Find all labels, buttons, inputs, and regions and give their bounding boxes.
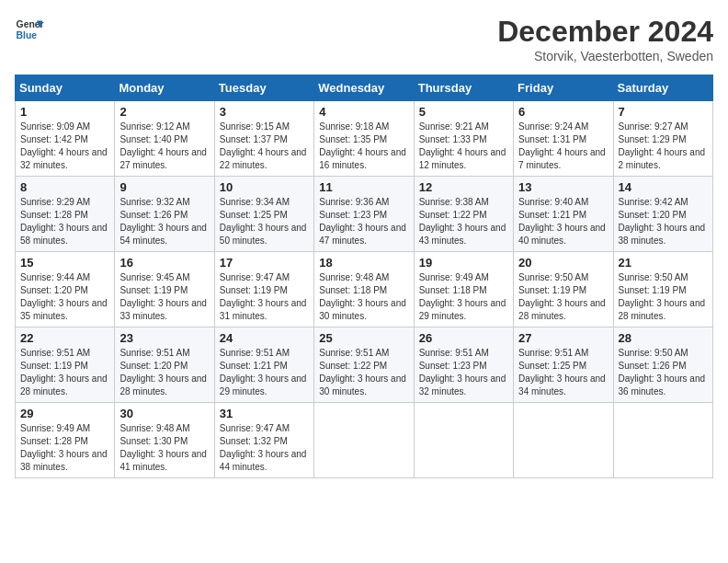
week-row-5: 29Sunrise: 9:49 AM Sunset: 1:28 PM Dayli… [16, 403, 713, 478]
day-number: 19 [419, 256, 508, 270]
day-number: 22 [20, 331, 109, 345]
day-cell: 28Sunrise: 9:50 AM Sunset: 1:26 PM Dayli… [613, 327, 712, 403]
day-info: Sunrise: 9:09 AM Sunset: 1:42 PM Dayligh… [20, 121, 109, 172]
day-number: 18 [319, 256, 408, 270]
day-cell: 2Sunrise: 9:12 AM Sunset: 1:40 PM Daylig… [115, 101, 214, 177]
day-cell: 17Sunrise: 9:47 AM Sunset: 1:19 PM Dayli… [214, 252, 313, 327]
day-cell: 3Sunrise: 9:15 AM Sunset: 1:37 PM Daylig… [214, 101, 313, 177]
week-row-2: 8Sunrise: 9:29 AM Sunset: 1:28 PM Daylig… [16, 177, 713, 252]
day-number: 17 [220, 256, 309, 270]
day-number: 30 [119, 407, 209, 420]
header-day-saturday: Saturday [613, 75, 712, 101]
day-number: 13 [518, 180, 608, 194]
day-info: Sunrise: 9:40 AM Sunset: 1:21 PM Dayligh… [518, 196, 608, 247]
day-cell: 14Sunrise: 9:42 AM Sunset: 1:20 PM Dayli… [613, 177, 712, 252]
day-cell: 13Sunrise: 9:40 AM Sunset: 1:21 PM Dayli… [514, 177, 613, 252]
day-cell: 24Sunrise: 9:51 AM Sunset: 1:21 PM Dayli… [214, 327, 313, 403]
day-info: Sunrise: 9:49 AM Sunset: 1:18 PM Dayligh… [419, 271, 508, 323]
day-number: 12 [419, 180, 508, 194]
day-number: 24 [220, 331, 309, 345]
day-number: 8 [20, 180, 109, 194]
day-cell: 9Sunrise: 9:32 AM Sunset: 1:26 PM Daylig… [115, 177, 214, 252]
day-info: Sunrise: 9:48 AM Sunset: 1:18 PM Dayligh… [319, 271, 408, 323]
day-cell: 19Sunrise: 9:49 AM Sunset: 1:18 PM Dayli… [414, 252, 513, 327]
day-number: 16 [119, 256, 209, 270]
week-row-3: 15Sunrise: 9:44 AM Sunset: 1:20 PM Dayli… [16, 252, 713, 327]
day-cell: 15Sunrise: 9:44 AM Sunset: 1:20 PM Dayli… [16, 252, 115, 327]
day-info: Sunrise: 9:50 AM Sunset: 1:19 PM Dayligh… [619, 271, 708, 323]
header-day-tuesday: Tuesday [214, 75, 313, 101]
day-number: 15 [20, 256, 109, 270]
day-cell: 25Sunrise: 9:51 AM Sunset: 1:22 PM Dayli… [314, 327, 414, 403]
calendar-subtitle: Storvik, Vaesterbotten, Sweden [497, 49, 713, 63]
day-info: Sunrise: 9:32 AM Sunset: 1:26 PM Dayligh… [119, 196, 209, 247]
calendar-table: SundayMondayTuesdayWednesdayThursdayFrid… [15, 75, 713, 478]
day-number: 3 [220, 105, 309, 119]
day-info: Sunrise: 9:36 AM Sunset: 1:23 PM Dayligh… [319, 196, 408, 247]
day-cell: 21Sunrise: 9:50 AM Sunset: 1:19 PM Dayli… [613, 252, 712, 327]
day-number: 26 [419, 331, 508, 345]
day-number: 1 [20, 105, 109, 119]
day-number: 10 [220, 180, 309, 194]
logo: General Blue [15, 15, 44, 44]
day-info: Sunrise: 9:51 AM Sunset: 1:25 PM Dayligh… [518, 347, 608, 398]
day-info: Sunrise: 9:38 AM Sunset: 1:22 PM Dayligh… [419, 196, 508, 247]
day-number: 7 [619, 105, 708, 119]
day-info: Sunrise: 9:51 AM Sunset: 1:22 PM Dayligh… [319, 347, 408, 398]
day-info: Sunrise: 9:51 AM Sunset: 1:21 PM Dayligh… [220, 347, 309, 398]
day-cell: 1Sunrise: 9:09 AM Sunset: 1:42 PM Daylig… [16, 101, 115, 177]
day-cell: 4Sunrise: 9:18 AM Sunset: 1:35 PM Daylig… [314, 101, 414, 177]
day-number: 14 [619, 180, 708, 194]
day-info: Sunrise: 9:51 AM Sunset: 1:20 PM Dayligh… [119, 347, 209, 398]
svg-text:Blue: Blue [17, 30, 38, 40]
day-info: Sunrise: 9:51 AM Sunset: 1:23 PM Dayligh… [419, 347, 508, 398]
day-info: Sunrise: 9:21 AM Sunset: 1:33 PM Dayligh… [419, 121, 508, 172]
week-row-1: 1Sunrise: 9:09 AM Sunset: 1:42 PM Daylig… [16, 101, 713, 177]
day-cell [414, 403, 513, 478]
day-info: Sunrise: 9:29 AM Sunset: 1:28 PM Dayligh… [20, 196, 109, 247]
day-cell: 6Sunrise: 9:24 AM Sunset: 1:31 PM Daylig… [514, 101, 613, 177]
day-cell [613, 403, 712, 478]
week-row-4: 22Sunrise: 9:51 AM Sunset: 1:19 PM Dayli… [16, 327, 713, 403]
day-cell: 20Sunrise: 9:50 AM Sunset: 1:19 PM Dayli… [514, 252, 613, 327]
day-number: 21 [619, 256, 708, 270]
calendar-title: December 2024 [497, 15, 713, 49]
day-number: 28 [619, 331, 708, 345]
day-number: 5 [419, 105, 508, 119]
day-number: 4 [319, 105, 408, 119]
day-cell [314, 403, 414, 478]
day-number: 29 [20, 407, 109, 420]
day-cell: 22Sunrise: 9:51 AM Sunset: 1:19 PM Dayli… [16, 327, 115, 403]
day-cell: 18Sunrise: 9:48 AM Sunset: 1:18 PM Dayli… [314, 252, 414, 327]
day-info: Sunrise: 9:12 AM Sunset: 1:40 PM Dayligh… [119, 121, 209, 172]
day-cell: 12Sunrise: 9:38 AM Sunset: 1:22 PM Dayli… [414, 177, 513, 252]
day-cell: 29Sunrise: 9:49 AM Sunset: 1:28 PM Dayli… [16, 403, 115, 478]
header-row: SundayMondayTuesdayWednesdayThursdayFrid… [16, 75, 713, 101]
day-info: Sunrise: 9:45 AM Sunset: 1:19 PM Dayligh… [119, 271, 209, 323]
day-info: Sunrise: 9:50 AM Sunset: 1:26 PM Dayligh… [619, 347, 708, 398]
day-cell: 5Sunrise: 9:21 AM Sunset: 1:33 PM Daylig… [414, 101, 513, 177]
day-info: Sunrise: 9:15 AM Sunset: 1:37 PM Dayligh… [220, 121, 309, 172]
day-info: Sunrise: 9:51 AM Sunset: 1:19 PM Dayligh… [20, 347, 109, 398]
day-cell: 7Sunrise: 9:27 AM Sunset: 1:29 PM Daylig… [613, 101, 712, 177]
day-info: Sunrise: 9:50 AM Sunset: 1:19 PM Dayligh… [518, 271, 608, 323]
header-day-thursday: Thursday [414, 75, 513, 101]
day-cell: 27Sunrise: 9:51 AM Sunset: 1:25 PM Dayli… [514, 327, 613, 403]
day-number: 23 [119, 331, 209, 345]
header-day-monday: Monday [115, 75, 214, 101]
day-number: 11 [319, 180, 408, 194]
header-day-sunday: Sunday [16, 75, 115, 101]
day-cell: 23Sunrise: 9:51 AM Sunset: 1:20 PM Dayli… [115, 327, 214, 403]
header-day-wednesday: Wednesday [314, 75, 414, 101]
day-info: Sunrise: 9:42 AM Sunset: 1:20 PM Dayligh… [619, 196, 708, 247]
day-number: 20 [518, 256, 608, 270]
day-number: 6 [518, 105, 608, 119]
header-day-friday: Friday [514, 75, 613, 101]
day-info: Sunrise: 9:24 AM Sunset: 1:31 PM Dayligh… [518, 121, 608, 172]
day-info: Sunrise: 9:49 AM Sunset: 1:28 PM Dayligh… [20, 422, 109, 474]
day-number: 27 [518, 331, 608, 345]
logo-icon: General Blue [15, 15, 44, 44]
day-number: 31 [220, 407, 309, 420]
day-number: 2 [119, 105, 209, 119]
day-cell: 26Sunrise: 9:51 AM Sunset: 1:23 PM Dayli… [414, 327, 513, 403]
